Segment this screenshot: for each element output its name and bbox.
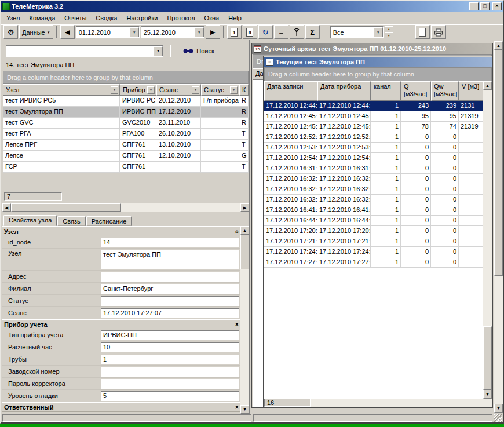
table-row[interactable]: 17.12.2010 12:53: 17.12.2010 12:53: 1 0 … bbox=[264, 143, 483, 153]
table-row[interactable]: 17.12.2010 17:24: 17.12.2010 17:24: 1 0 … bbox=[264, 247, 483, 257]
column-header-channel[interactable]: К bbox=[239, 84, 249, 96]
section-header-device[interactable]: Прибор учета » bbox=[2, 319, 240, 329]
scrollbar-track[interactable] bbox=[483, 90, 492, 390]
search-input[interactable] bbox=[6, 46, 154, 56]
property-value[interactable]: ИРВИС-ПП bbox=[101, 330, 239, 340]
table-row[interactable]: 17.12.2010 17:20: 17.12.2010 17:20: 1 0 … bbox=[264, 226, 483, 236]
settings-button[interactable]: ⚙ bbox=[3, 25, 18, 39]
column-header-date-device[interactable]: Дата прибора bbox=[317, 81, 371, 101]
table-row[interactable]: 17.12.2010 16:41: 17.12.2010 16:41: 1 0 … bbox=[264, 205, 483, 216]
node-search-combo[interactable]: ▼ bbox=[6, 45, 163, 57]
table-row[interactable]: тест РГА РГА100 26.10.2010 T bbox=[3, 129, 249, 140]
property-value[interactable]: 14 bbox=[101, 238, 239, 247]
property-row[interactable]: Статус bbox=[2, 295, 240, 307]
property-row[interactable]: Трубы1 bbox=[2, 353, 240, 366]
table-row[interactable]: 17.12.2010 17:27: 17.12.2010 17:27: 1 0 … bbox=[264, 257, 483, 268]
property-row[interactable]: Уровень отладки5 bbox=[2, 390, 240, 402]
scroll-up-button[interactable]: ▲ bbox=[483, 81, 492, 90]
filter-icon[interactable]: ▼ bbox=[192, 86, 199, 94]
column-header-session[interactable]: Сеанс▼ bbox=[156, 84, 201, 96]
table-row[interactable]: Лепсе ПРГ СПГ761 13.10.2010 T bbox=[3, 140, 249, 151]
maximize-button[interactable]: □ bbox=[480, 2, 490, 10]
date-forward-button[interactable]: ▶ bbox=[206, 25, 220, 39]
connection-button[interactable] bbox=[290, 25, 304, 39]
table-row[interactable]: 17.12.2010 16:32: 17.12.2010 16:32: 1 0 … bbox=[264, 195, 483, 205]
column-header-date-record[interactable]: Дата записи bbox=[264, 81, 317, 101]
property-row[interactable]: Пароль корректора bbox=[2, 378, 240, 390]
sum-button[interactable]: Σ bbox=[305, 25, 320, 39]
property-value[interactable] bbox=[101, 379, 239, 389]
scroll-down-button[interactable]: ▼ bbox=[483, 390, 492, 399]
column-header-qw[interactable]: Qw[м3/час] bbox=[431, 81, 459, 101]
property-row[interactable]: ФилиалСанкт-Петербург bbox=[2, 283, 240, 295]
table-row[interactable]: ГСР СПГ761 T bbox=[3, 162, 249, 173]
tab-node-properties[interactable]: Свойства узла bbox=[3, 215, 57, 226]
filter-combo[interactable]: Все▼ bbox=[330, 26, 384, 38]
column-header-status[interactable]: Статус▼ bbox=[201, 84, 239, 96]
date-back-button[interactable]: ◀ bbox=[60, 25, 75, 39]
property-value[interactable]: 10 bbox=[101, 342, 239, 352]
property-value[interactable]: Санкт-Петербург bbox=[101, 284, 239, 294]
table-row[interactable]: тест ИРВИС РС5 ИРВИС-РС 20.12.2010 Г/п п… bbox=[3, 96, 249, 107]
scrollbar-thumb[interactable] bbox=[483, 326, 492, 390]
scroll-down-button[interactable]: ▼ bbox=[494, 404, 503, 413]
property-row[interactable]: Узелтест Эмулятора ПП bbox=[2, 249, 240, 271]
property-row[interactable]: Сеанс17.12.2010 17:27:07 bbox=[2, 307, 240, 319]
collapse-icon[interactable]: » bbox=[233, 322, 240, 326]
grid-vertical-scrollbar[interactable]: ▲ ▼ bbox=[483, 81, 492, 399]
property-value[interactable] bbox=[101, 296, 239, 306]
close-button[interactable]: × bbox=[492, 2, 502, 10]
scroll-down-button[interactable]: ▼ bbox=[240, 405, 249, 414]
filter-icon[interactable]: ▼ bbox=[111, 86, 118, 94]
column-header-channel[interactable]: канал bbox=[371, 81, 401, 101]
resize-grip[interactable] bbox=[494, 414, 502, 422]
menu-item[interactable]: Сводка bbox=[91, 13, 122, 23]
scroll-right-button[interactable]: ▶ bbox=[240, 203, 249, 212]
protocol-list-button[interactable]: ≡ bbox=[274, 25, 288, 39]
scrollbar-track[interactable] bbox=[240, 235, 249, 405]
title-bar[interactable]: ТелеМетрика 3.2 _ □ × bbox=[1, 1, 503, 12]
menu-item[interactable]: Команда bbox=[24, 13, 60, 23]
collapse-icon[interactable]: » bbox=[233, 229, 240, 233]
menu-item[interactable]: Отчеты bbox=[60, 13, 91, 23]
menu-item[interactable]: Окна bbox=[200, 13, 224, 23]
table-row[interactable]: 17.12.2010 12:54: 17.12.2010 12:54: 1 0 … bbox=[264, 153, 483, 163]
property-row[interactable]: id_node14 bbox=[2, 236, 240, 249]
property-value[interactable] bbox=[101, 272, 239, 282]
scroll-left-button[interactable]: ◀ bbox=[2, 203, 11, 212]
date-to-combo[interactable]: 25.12.2010▼ bbox=[141, 26, 204, 38]
tab-schedule[interactable]: Расписание bbox=[86, 216, 132, 226]
data-dropdown-button[interactable]: Данные▼ bbox=[19, 25, 53, 39]
scrollbar-track[interactable] bbox=[11, 203, 240, 212]
chevron-up-icon[interactable]: ▲ bbox=[385, 26, 393, 32]
table-row[interactable]: тест GVC GVC2010 23.11.2010 R bbox=[3, 118, 249, 129]
chevron-down-icon[interactable]: ▼ bbox=[130, 27, 139, 37]
table-row[interactable]: 17.12.2010 12:45: 17.12.2010 12:45: 1 95… bbox=[264, 111, 483, 122]
property-row[interactable]: Заводской номер bbox=[2, 366, 240, 378]
preview-button[interactable] bbox=[415, 25, 430, 39]
mdi-vertical-scrollbar[interactable]: ▲ ▼ bbox=[494, 41, 503, 413]
menu-item[interactable]: Протокол bbox=[162, 13, 199, 23]
record-spinner[interactable]: ▲ ▼ bbox=[385, 26, 393, 38]
property-value[interactable]: тест Эмулятора ПП bbox=[101, 250, 239, 269]
table-row[interactable]: 17.12.2010 12:45: 17.12.2010 12:45: 1 78… bbox=[264, 122, 483, 132]
table-row[interactable]: Лепсе СПГ761 12.10.2010 G bbox=[3, 151, 249, 162]
table-row[interactable]: 17.12.2010 16:32: 17.12.2010 16:32: 1 0 … bbox=[264, 184, 483, 195]
scroll-up-button[interactable]: ▲ bbox=[494, 41, 503, 50]
search-button[interactable]: Поиск bbox=[170, 45, 227, 57]
column-header-device[interactable]: Прибор▼ bbox=[120, 84, 156, 96]
section-header-responsible[interactable]: Ответственный » bbox=[2, 402, 240, 412]
table-row[interactable]: 17.12.2010 16:32: 17.12.2010 16:32: 1 0 … bbox=[264, 174, 483, 184]
property-row[interactable]: Расчетный час10 bbox=[2, 341, 240, 353]
property-row[interactable]: Адрес bbox=[2, 271, 240, 283]
section-header-node[interactable]: Узел » bbox=[2, 227, 240, 236]
minimize-button[interactable]: _ bbox=[469, 2, 479, 10]
column-header-v[interactable]: V [м3] bbox=[459, 81, 483, 101]
table-row[interactable]: 17.12.2010 16:31: 17.12.2010 16:31: 1 0 … bbox=[264, 163, 483, 174]
collapse-icon[interactable]: » bbox=[233, 405, 240, 408]
property-value[interactable]: 1 bbox=[101, 355, 239, 364]
scrollbar-thumb[interactable] bbox=[240, 235, 249, 269]
chevron-down-icon[interactable]: ▼ bbox=[195, 27, 204, 37]
report-1-button[interactable]: 1 bbox=[227, 25, 242, 39]
filter-icon[interactable]: ▼ bbox=[147, 86, 155, 94]
